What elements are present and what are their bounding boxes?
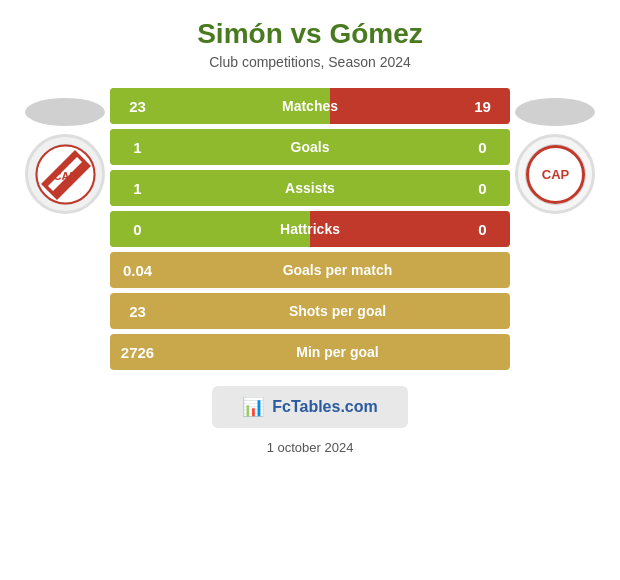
page-subtitle: Club competitions, Season 2024 <box>209 54 411 70</box>
stat-row-4: 0.04Goals per match <box>110 252 510 288</box>
right-team-logo-area: CAP <box>510 88 600 214</box>
date-label: 1 october 2024 <box>267 440 354 455</box>
stat-left-value-3: 0 <box>110 221 165 238</box>
stat-left-value-2: 1 <box>110 180 165 197</box>
stat-left-value-5: 23 <box>110 303 165 320</box>
left-team-logo-area: CAR <box>20 88 110 214</box>
cap-icon: CAP <box>523 142 588 207</box>
stat-left-value-4: 0.04 <box>110 262 165 279</box>
stat-label-3: Hattricks <box>165 221 455 237</box>
stat-row-2: 1Assists0 <box>110 170 510 206</box>
stat-right-value-2: 0 <box>455 180 510 197</box>
fctables-label: FcTables.com <box>272 398 378 416</box>
stats-area: 23Matches191Goals01Assists00Hattricks00.… <box>110 88 510 370</box>
stat-right-value-1: 0 <box>455 139 510 156</box>
stat-left-value-0: 23 <box>110 98 165 115</box>
stat-label-4: Goals per match <box>165 262 510 278</box>
stat-label-6: Min per goal <box>165 344 510 360</box>
stat-row-5: 23Shots per goal <box>110 293 510 329</box>
stat-left-value-6: 2726 <box>110 344 165 361</box>
comparison-area: CAR 23Matches191Goals01Assists00Hattrick… <box>20 88 600 370</box>
stat-row-6: 2726Min per goal <box>110 334 510 370</box>
left-oval-decoration <box>25 98 105 126</box>
page-title: Simón vs Gómez <box>197 18 423 50</box>
right-oval-decoration <box>515 98 595 126</box>
svg-text:CAP: CAP <box>541 167 569 182</box>
stat-label-5: Shots per goal <box>165 303 510 319</box>
left-team-logo: CAR <box>25 134 105 214</box>
stat-label-0: Matches <box>165 98 455 114</box>
stat-row-0: 23Matches19 <box>110 88 510 124</box>
stat-row-3: 0Hattricks0 <box>110 211 510 247</box>
stat-label-2: Assists <box>165 180 455 196</box>
fctables-icon: 📊 <box>242 396 264 418</box>
stat-right-value-3: 0 <box>455 221 510 238</box>
fctables-banner: 📊 FcTables.com <box>212 386 408 428</box>
stat-right-value-0: 19 <box>455 98 510 115</box>
page: Simón vs Gómez Club competitions, Season… <box>0 0 620 580</box>
stat-left-value-1: 1 <box>110 139 165 156</box>
right-team-logo: CAP <box>515 134 595 214</box>
stat-row-1: 1Goals0 <box>110 129 510 165</box>
river-plate-icon: CAR <box>33 142 98 207</box>
stat-label-1: Goals <box>165 139 455 155</box>
svg-text:CAR: CAR <box>53 170 77 182</box>
